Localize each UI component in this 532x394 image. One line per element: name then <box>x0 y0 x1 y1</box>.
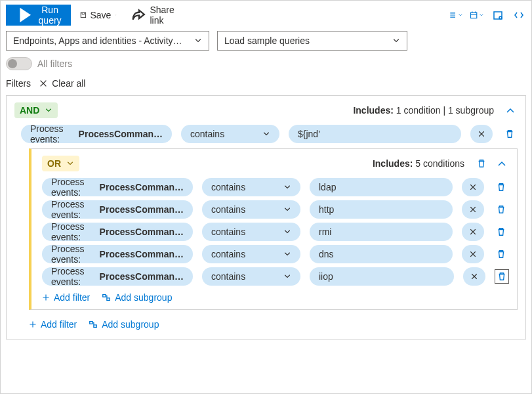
svg-rect-1 <box>471 12 477 18</box>
chevron-up-icon <box>497 158 507 169</box>
delete-button[interactable] <box>493 227 509 236</box>
or-group-header: OR Includes: 5 conditions <box>42 156 509 171</box>
x-icon <box>469 206 477 213</box>
value-pill[interactable]: iiop <box>310 267 454 286</box>
trash-icon <box>505 129 514 139</box>
scope-select[interactable]: Endpoints, Apps and identities - Activit… <box>6 31 209 51</box>
and-summary: Includes: 1 condition | 1 subgroup <box>353 105 494 116</box>
trash-icon <box>497 272 506 281</box>
chevron-down-icon <box>115 11 116 19</box>
play-icon <box>15 5 35 25</box>
delete-button[interactable] <box>493 250 509 259</box>
clear-button[interactable] <box>462 178 484 196</box>
add-filter-button[interactable]: Add filter <box>29 319 77 330</box>
operator-pill[interactable]: contains <box>202 245 300 263</box>
list-view-button[interactable] <box>449 8 463 22</box>
or-label: OR <box>47 158 61 169</box>
trash-icon <box>477 159 486 168</box>
clear-all-button[interactable]: Clear all <box>39 78 85 89</box>
list-icon <box>449 10 457 20</box>
value-pill[interactable]: dns <box>310 245 453 263</box>
chevron-down-icon <box>283 206 291 213</box>
share-button[interactable]: Share link <box>126 2 178 28</box>
all-filters-row: All filters <box>6 57 526 70</box>
all-filters-label: All filters <box>37 58 72 69</box>
calendar-icon <box>470 10 478 20</box>
samples-label: Load sample queries <box>224 35 310 46</box>
delete-button[interactable] <box>495 269 509 284</box>
operator-pill[interactable]: contains <box>202 223 300 241</box>
add-subgroup-button[interactable]: Add subgroup <box>89 319 159 330</box>
or-collapse-button[interactable] <box>495 156 509 171</box>
subgroup-icon <box>89 320 98 329</box>
clear-button[interactable] <box>462 200 484 219</box>
field-pill[interactable]: Process events: ProcessComman… <box>42 223 193 241</box>
and-add-row: Add filter Add subgroup <box>29 319 518 330</box>
clear-all-label: Clear all <box>52 78 85 89</box>
clear-button[interactable] <box>462 223 484 241</box>
x-icon <box>39 79 48 88</box>
save-button[interactable]: Save <box>76 7 121 23</box>
run-label: Run query <box>39 5 62 26</box>
value-pill[interactable]: ${jnd' <box>289 125 461 143</box>
operator-pill[interactable]: contains <box>202 200 300 219</box>
filter-row: Process events: ProcessComman… contains … <box>21 125 518 143</box>
chevron-down-icon <box>479 10 484 20</box>
samples-select[interactable]: Load sample queries <box>217 31 407 51</box>
and-operator-select[interactable]: AND <box>14 102 58 118</box>
toolbar: Run query Save Share link <box>6 3 526 27</box>
field-pill[interactable]: Process events: ProcessComman… <box>42 178 193 196</box>
x-icon <box>469 183 477 191</box>
save-label: Save <box>90 10 111 20</box>
operator-pill[interactable]: contains <box>202 178 300 196</box>
trash-icon <box>497 205 506 214</box>
all-filters-toggle[interactable] <box>6 57 32 70</box>
trash-icon <box>497 227 506 236</box>
operator-pill[interactable]: contains <box>181 125 279 143</box>
settings-icon <box>493 10 503 20</box>
add-subgroup-button[interactable]: Add subgroup <box>102 292 172 303</box>
delete-subgroup-button[interactable] <box>474 159 489 168</box>
delete-button[interactable] <box>502 129 518 139</box>
filter-row: Process events: ProcessComman… contains … <box>42 267 509 286</box>
add-filter-button[interactable]: Add filter <box>42 292 90 303</box>
operator-pill[interactable]: contains <box>202 267 300 286</box>
clear-button[interactable] <box>470 125 493 143</box>
date-button[interactable] <box>470 8 484 22</box>
chevron-down-icon <box>66 160 74 167</box>
and-label: AND <box>20 105 39 116</box>
delete-button[interactable] <box>493 205 509 214</box>
x-icon <box>469 250 477 258</box>
chevron-down-icon <box>283 273 291 280</box>
and-collapse-button[interactable] <box>503 103 518 118</box>
chevron-up-icon <box>505 105 516 116</box>
filter-row: Process events: ProcessComman… contains … <box>42 200 509 219</box>
field-pill[interactable]: Process events: ProcessComman… <box>21 125 172 143</box>
svg-point-3 <box>499 16 502 19</box>
run-query-button[interactable]: Run query <box>6 5 71 26</box>
or-operator-select[interactable]: OR <box>42 156 79 171</box>
settings-button[interactable] <box>491 8 505 22</box>
clear-button[interactable] <box>463 267 485 286</box>
filter-row: Process events: ProcessComman… contains … <box>42 178 509 196</box>
trash-icon <box>497 183 506 192</box>
value-pill[interactable]: ldap <box>310 178 453 196</box>
clear-button[interactable] <box>462 245 484 263</box>
field-pill[interactable]: Process events: ProcessComman… <box>42 245 193 263</box>
code-button[interactable] <box>512 8 526 22</box>
and-group-header: AND Includes: 1 condition | 1 subgroup <box>14 102 518 118</box>
chevron-down-icon <box>45 106 52 114</box>
chevron-down-icon <box>392 37 400 45</box>
field-pill[interactable]: Process events: ProcessComman… <box>42 200 193 219</box>
chevron-down-icon <box>283 250 291 258</box>
delete-button[interactable] <box>493 183 509 192</box>
svg-rect-0 <box>81 12 85 17</box>
value-pill[interactable]: rmi <box>310 223 453 241</box>
selectors: Endpoints, Apps and identities - Activit… <box>6 31 526 51</box>
subgroup-icon <box>102 293 111 302</box>
value-pill[interactable]: http <box>310 200 453 219</box>
filter-row: Process events: ProcessComman… contains … <box>42 223 509 241</box>
field-pill[interactable]: Process events: ProcessComman… <box>42 267 193 286</box>
toolbar-right <box>449 8 526 22</box>
plus-icon <box>29 320 37 328</box>
